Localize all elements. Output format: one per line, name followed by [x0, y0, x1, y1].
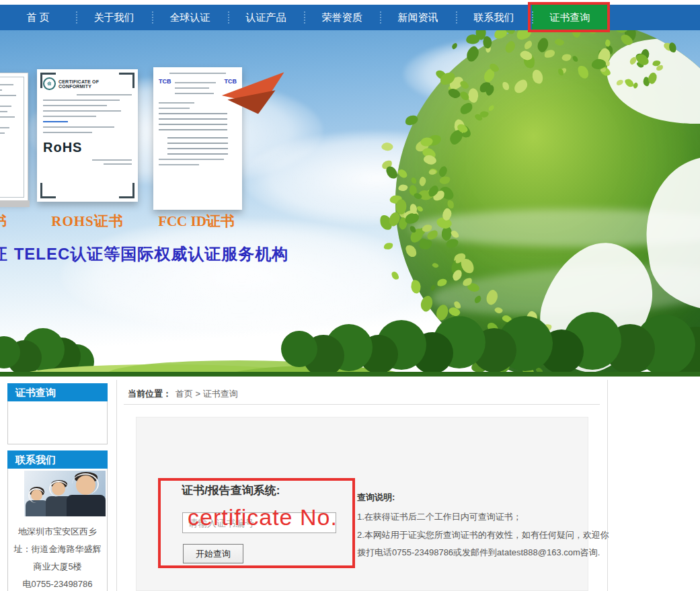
query-instruction-line: 2.本网站用于证实您所查询证书的有效性，如有任何疑问，欢迎你	[357, 526, 609, 545]
nav-item-about[interactable]: 关于我们	[76, 5, 152, 30]
certificate-signature-lines	[92, 159, 132, 165]
rohs-mark: RoHS	[43, 140, 132, 155]
contact-address-line: 地深圳市宝安区西乡	[8, 523, 107, 541]
sidebar-certificate-query-body	[7, 401, 108, 444]
nav-item-certificate-query[interactable]: 证书查询	[532, 5, 608, 30]
query-instruction-line: 拨打电话0755-23498786或发邮件到atatest888@163.com…	[357, 544, 609, 562]
certificate-label-rohs: ROHS证书	[37, 212, 138, 231]
trees-right	[281, 331, 317, 367]
certificate-text-lines	[175, 78, 220, 98]
nav-item-certified-products[interactable]: 认证产品	[228, 5, 304, 30]
hero-banner: CERTIFICATE OF CONFORMITY RoHS TCB	[0, 30, 700, 377]
query-system-title: 证书/报告查询系统:	[182, 483, 280, 498]
contact-photo	[24, 471, 106, 516]
certificate-label-partial: 书	[0, 212, 8, 231]
nav-item-global-certification[interactable]: 全球认证	[152, 5, 228, 30]
cloud	[61, 219, 424, 333]
contact-address-line: 址：街道金海路华盛辉	[8, 541, 107, 558]
certificate-number-input[interactable]	[182, 512, 336, 533]
continent-north-america	[598, 30, 700, 136]
sidebar-header-contact[interactable]: 联系我们	[7, 450, 108, 469]
contact-phone-line: 电0755-23498786	[8, 576, 107, 591]
paper-airplane-icon	[220, 72, 288, 118]
query-instructions-title: 查询说明:	[357, 491, 609, 504]
nav-item-contact[interactable]: 联系我们	[456, 5, 532, 30]
nav-menu: 首 页 关于我们 全球认证 认证产品 荣誉资质 新闻资讯 联系我们 证书查询	[0, 5, 608, 30]
nav-item-honors[interactable]: 荣誉资质	[304, 5, 380, 30]
tcb-logo: TCB	[159, 78, 171, 85]
top-navigation-bar: 首 页 关于我们 全球认证 认证产品 荣誉资质 新闻资讯 联系我们 证书查询	[0, 5, 700, 30]
sidebar-contact-box: 联系我们	[7, 450, 108, 591]
breadcrumb: 当前位置：首页 > 证书查询	[128, 388, 238, 400]
start-query-button[interactable]: 开始查询	[183, 544, 243, 563]
certificate-text-lines	[0, 77, 24, 198]
green-globe-illustration	[395, 30, 700, 377]
page: 首 页 关于我们 全球认证 认证产品 荣誉资质 新闻资讯 联系我们 证书查询	[0, 0, 700, 591]
certificate-shadow	[0, 200, 30, 207]
nav-item-home[interactable]: 首 页	[0, 5, 76, 30]
cloud-streak	[430, 259, 700, 322]
sidebar-contact-body: 地深圳市宝安区西乡 址：街道金海路华盛辉 商业大厦5楼 电0755-234987…	[7, 469, 108, 591]
certificate-text-lines	[43, 94, 132, 133]
trees-left	[0, 336, 20, 368]
certificate-thumbnail-partial	[0, 73, 28, 202]
banner-bottom-strip	[0, 372, 700, 377]
certificate-thumbnail-rohs: CERTIFICATE OF CONFORMITY RoHS	[37, 69, 138, 202]
banner-tagline: 证 TELEC认证等国际权威认证服务机构	[0, 243, 288, 265]
breadcrumb-label: 当前位置：	[128, 389, 171, 399]
sidebar-header-certificate-query[interactable]: 证书查询	[7, 383, 108, 401]
certificate-label-fcc: FCC ID证书	[152, 212, 241, 231]
breadcrumb-divider	[124, 404, 600, 405]
nav-item-news[interactable]: 新闻资讯	[380, 5, 456, 30]
cloud-streak	[410, 209, 700, 247]
sidebar-certificate-query-box: 证书查询	[7, 383, 108, 444]
query-instructions: 查询说明: 1.在获得证书后二个工作日内可查询证书； 2.本网站用于证实您所查询…	[357, 491, 609, 562]
contact-address-line: 商业大厦5楼	[8, 558, 107, 576]
breadcrumb-path[interactable]: 首页 > 证书查询	[176, 389, 238, 399]
query-instruction-line: 1.在获得证书后二个工作日内可查询证书；	[357, 508, 609, 526]
